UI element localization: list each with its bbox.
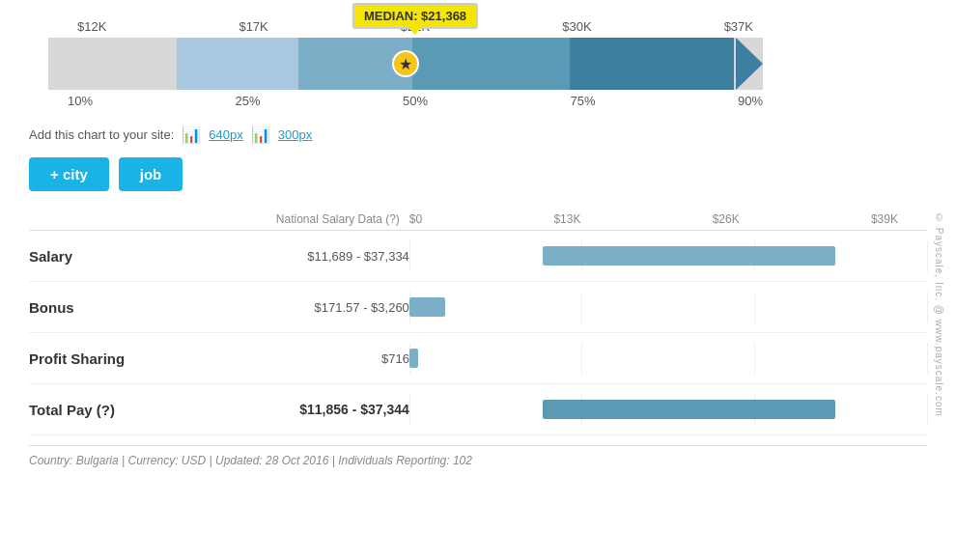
pct-90: 90% <box>738 94 763 108</box>
row-label: Bonus <box>29 282 198 333</box>
bar-arrow-container: ★ <box>48 38 763 90</box>
th-national: National Salary Data (?) <box>198 212 409 231</box>
pct-50: 50% <box>403 94 428 108</box>
salary-table: National Salary Data (?) $0 $13K $26K $3… <box>29 212 927 435</box>
row-label: Total Pay (?) <box>29 384 198 435</box>
chart-icon-1: 📊 <box>182 126 201 144</box>
grid-line <box>927 292 928 322</box>
link-300px[interactable]: 300px <box>278 127 312 142</box>
add-chart-row: Add this chart to your site: 📊 640px 📊 3… <box>29 126 927 144</box>
percentile-bar-wrapper: MEDIAN: $21,368 ★ <box>48 38 782 108</box>
row-bar-cell <box>409 282 927 333</box>
link-640px[interactable]: 640px <box>209 127 242 142</box>
watermark: © Payscale, Inc. @ www.payscale.com <box>934 212 944 467</box>
pct-10: 10% <box>68 94 93 108</box>
grid-line <box>927 240 928 271</box>
salary-section: National Salary Data (?) $0 $13K $26K $3… <box>29 212 927 467</box>
row-bar-cell <box>409 231 927 282</box>
bar-seg-4 <box>412 38 570 90</box>
pct-25: 25% <box>235 94 260 108</box>
bar-header-26k: $26K <box>713 212 740 226</box>
row-range: $11,689 - $37,334 <box>198 231 409 282</box>
scale-label-37k: $37K <box>724 19 753 34</box>
median-star-marker: ★ <box>392 50 419 77</box>
row-range: $11,856 - $37,344 <box>198 384 409 435</box>
table-row: Total Pay (?)$11,856 - $37,344 <box>29 384 927 435</box>
arrow-tip <box>736 38 763 90</box>
table-row: Profit Sharing$716 <box>29 333 927 384</box>
grid-line <box>754 343 755 374</box>
button-row: + city job <box>29 157 927 191</box>
bar-seg-1 <box>48 38 177 90</box>
h-bar <box>543 246 836 266</box>
scale-label-30k: $30K <box>562 19 591 34</box>
table-row: Salary$11,689 - $37,334 <box>29 231 927 282</box>
footer-note: Country: Bulgaria | Currency: USD | Upda… <box>29 445 927 467</box>
row-bar-cell <box>409 384 927 435</box>
row-range: $171.57 - $3,260 <box>198 282 409 333</box>
th-bar-header: $0 $13K $26K $39K <box>409 212 927 231</box>
percentile-section: $12K $17K $21K $30K $37K MEDIAN: $21,368 <box>29 19 927 108</box>
scale-label-12k: $12K <box>77 19 106 34</box>
grid-line <box>409 240 410 271</box>
bar-header-13k: $13K <box>553 212 580 226</box>
pct-75: 75% <box>570 94 595 108</box>
bar-track: ★ <box>48 38 782 90</box>
grid-line <box>927 343 928 374</box>
h-bar <box>409 349 418 368</box>
scale-label-17k: $17K <box>239 19 267 34</box>
bar-seg-5 <box>570 38 734 90</box>
pct-labels-bottom: 10% 25% 50% 75% 90% <box>68 90 763 108</box>
grid-line <box>409 394 410 425</box>
grid-line <box>927 394 928 425</box>
bar-header-39k: $39K <box>871 212 898 226</box>
row-label: Salary <box>29 231 198 282</box>
row-label: Profit Sharing <box>29 333 198 384</box>
grid-line <box>581 292 582 322</box>
th-col1 <box>29 212 198 231</box>
h-bar <box>409 297 445 317</box>
job-button[interactable]: job <box>119 157 183 191</box>
city-button[interactable]: + city <box>29 157 109 191</box>
h-bar <box>543 400 836 419</box>
add-chart-label: Add this chart to your site: <box>29 127 174 142</box>
chart-icon-2: 📊 <box>251 126 270 144</box>
bar-seg-2 <box>177 38 298 90</box>
bar-header-0: $0 <box>409 212 422 226</box>
median-label: MEDIAN: $21,368 <box>352 3 478 29</box>
grid-line <box>754 292 755 322</box>
row-range: $716 <box>198 333 409 384</box>
grid-line <box>581 343 582 374</box>
table-row: Bonus$171.57 - $3,260 <box>29 282 927 333</box>
row-bar-cell <box>409 333 927 384</box>
